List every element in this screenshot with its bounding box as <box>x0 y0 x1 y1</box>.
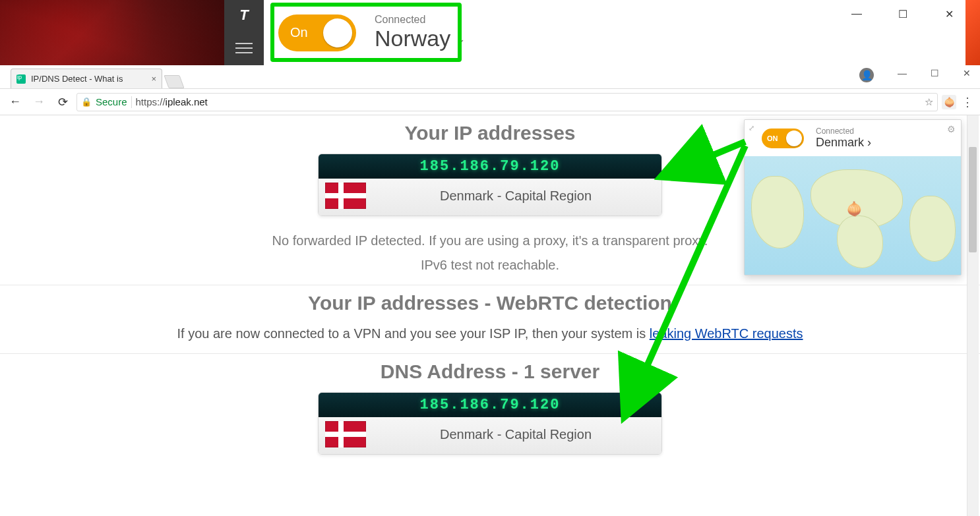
maximize-button[interactable]: ☐ <box>893 4 913 24</box>
heading-dns: DNS Address - 1 server <box>0 360 980 383</box>
vpn-app-sidebar: T <box>224 0 264 65</box>
browser-menu-icon[interactable]: ⋮ <box>960 95 975 109</box>
profile-avatar-icon[interactable]: 👤 <box>859 68 874 82</box>
extension-world-map[interactable]: 🧅 <box>745 156 961 275</box>
reload-button[interactable]: ⟳ <box>53 92 73 112</box>
browser-tabstrip: IP/DNS Detect - What is × 👤 — ☐ ✕ <box>0 65 980 89</box>
vpn-toggle-knob <box>323 18 352 47</box>
heading-webrtc: Your IP addresses - WebRTC detection <box>0 292 980 314</box>
vpn-app-logo-icon: T <box>239 7 248 24</box>
desktop-wallpaper-right <box>965 0 980 65</box>
vpn-app-main: On Connected Norway ⌄ — ☐ ✕ <box>264 0 965 65</box>
bookmark-star-icon[interactable]: ☆ <box>925 96 933 108</box>
desktop-wallpaper-left <box>0 0 224 65</box>
url-text: https://ipleak.net <box>136 96 208 107</box>
maximize-button[interactable]: ☐ <box>931 68 939 82</box>
ip-location-label: Denmark - Capital Region <box>377 188 655 204</box>
dns-location-row: Denmark - Capital Region <box>319 417 661 454</box>
section-divider <box>0 285 980 285</box>
map-location-marker-icon: 🧅 <box>846 201 863 217</box>
chevron-right-icon: › <box>867 136 871 149</box>
vpn-window-controls: — ☐ ✕ <box>847 4 959 24</box>
extension-header: ⤢ ⚙ ON Connected Denmark › <box>745 120 961 156</box>
extension-toggle-knob <box>786 130 802 146</box>
map-landmass <box>837 215 883 268</box>
browser-window-controls: 👤 — ☐ ✕ <box>859 68 971 82</box>
menu-icon[interactable] <box>235 43 253 53</box>
extension-country-label: Denmark › <box>816 136 871 150</box>
browser-toolbar: ← → ⟳ 🔒 Secure https://ipleak.net ☆ 🧅 ⋮ <box>0 89 980 115</box>
vpn-toggle-label: On <box>290 25 308 40</box>
extension-icon[interactable]: 🧅 <box>942 95 956 109</box>
extension-status-label: Connected <box>816 127 871 136</box>
denmark-flag-icon <box>325 421 366 447</box>
vpn-country-label: Norway <box>375 26 450 51</box>
scrollbar[interactable] <box>967 115 979 516</box>
separator <box>131 96 132 108</box>
webrtc-leak-link[interactable]: leaking WebRTC requests <box>650 326 803 341</box>
dns-result-card: 185.186.79.120 Denmark - Capital Region <box>318 392 662 455</box>
secure-label: Secure <box>96 96 127 107</box>
close-button[interactable]: ✕ <box>963 68 971 82</box>
tab-favicon-icon <box>16 74 26 84</box>
gear-icon[interactable]: ⚙ <box>947 124 956 134</box>
browser-window: IP/DNS Detect - What is × 👤 — ☐ ✕ ← → ⟳ … <box>0 65 980 516</box>
extension-toggle[interactable]: ON <box>762 129 804 148</box>
section-divider <box>0 353 980 354</box>
vpn-connection-block: Connected Norway ⌄ <box>375 14 466 51</box>
webrtc-note: If you are now connected to a VPN and yo… <box>0 326 980 341</box>
map-landmass <box>909 196 956 262</box>
ip-location-row: Denmark - Capital Region <box>319 179 661 215</box>
minimize-button[interactable]: — <box>847 4 867 24</box>
tab-close-icon[interactable]: × <box>151 74 156 84</box>
browser-tab[interactable]: IP/DNS Detect - What is × <box>11 69 162 88</box>
tab-title: IP/DNS Detect - What is <box>31 74 123 84</box>
ip-address-value: 185.186.79.120 <box>319 154 661 179</box>
extension-toggle-label: ON <box>767 134 778 142</box>
close-button[interactable]: ✕ <box>939 4 959 24</box>
chevron-down-icon: ⌄ <box>456 32 466 46</box>
map-landmass <box>751 176 804 248</box>
dns-address-value: 185.186.79.120 <box>319 393 661 417</box>
expand-icon[interactable]: ⤢ <box>749 124 754 132</box>
forward-button[interactable]: → <box>29 92 49 112</box>
back-button[interactable]: ← <box>5 92 25 112</box>
vpn-toggle[interactable]: On <box>278 14 356 51</box>
page-viewport: Your IP addresses 185.186.79.120 Denmark… <box>0 115 980 516</box>
denmark-flag-icon <box>325 183 366 209</box>
ip-result-card: 185.186.79.120 Denmark - Capital Region <box>318 154 662 216</box>
new-tab-button[interactable] <box>164 75 184 88</box>
scrollbar-thumb[interactable] <box>969 147 977 252</box>
vpn-app-bar: T On Connected Norway ⌄ — ☐ ✕ <box>0 0 980 65</box>
extension-connection[interactable]: Connected Denmark › <box>816 127 871 150</box>
address-bar[interactable]: 🔒 Secure https://ipleak.net ☆ <box>77 93 938 111</box>
vpn-country-selector[interactable]: Norway ⌄ <box>375 26 466 51</box>
lock-icon: 🔒 <box>81 97 92 107</box>
minimize-button[interactable]: — <box>898 68 907 82</box>
vpn-status-label: Connected <box>375 14 466 26</box>
dns-location-label: Denmark - Capital Region <box>377 427 655 442</box>
extension-popup: ⤢ ⚙ ON Connected Denmark › 🧅 <box>744 119 962 275</box>
